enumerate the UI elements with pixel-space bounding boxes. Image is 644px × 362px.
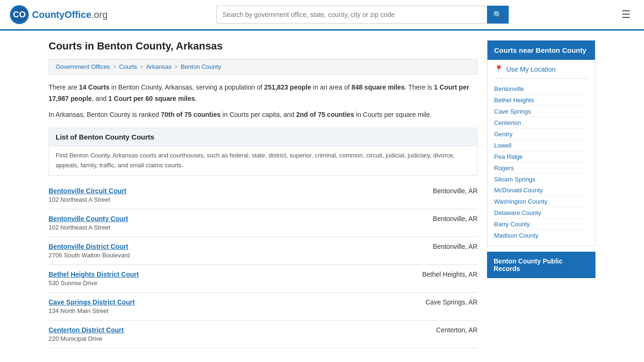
court-city: Bentonville, AR [433,187,478,195]
sidebar-county-link[interactable]: McDonald County [494,185,588,196]
court-item: Bentonville District Court 2706 South Wa… [49,237,478,265]
rank-text: In Arkansas, Benton County is ranked 70t… [49,109,478,121]
list-description: Find Benton County, Arkansas courts and … [49,146,478,176]
court-city: Cave Springs, AR [426,298,478,306]
main: Courts in Benton County, Arkansas Govern… [39,31,605,348]
breadcrumb-benton-county[interactable]: Benton County [181,63,221,70]
sidebar-city-link[interactable]: Siloam Springs [494,174,588,185]
court-item: Cave Springs District Court 134 North Ma… [49,293,478,321]
bc-sep-3: > [174,64,178,70]
sidebar-city-link[interactable]: Centerton [494,117,588,129]
search-input[interactable] [216,6,487,24]
bc-sep-2: > [140,64,143,70]
sidebar-city-link[interactable]: Bentonville [494,83,588,95]
sidebar-county-link[interactable]: Delaware County [494,207,588,219]
sidebar-public-records: Benton County Public Records [487,252,595,278]
list-heading: List of Benton County Courts [49,128,478,146]
logo-text: CountyOffice [32,9,91,20]
rank2: 2nd of 75 counties [296,111,354,118]
sidebar-city-link[interactable]: Rogers [494,163,588,174]
sidebar-city-link[interactable]: Lowell [494,140,588,151]
court-name[interactable]: Bentonville Circuit Court [49,187,126,195]
sidebar-counties: McDonald CountyWashington CountyDelaware… [494,185,588,241]
sidebar-content: 📍 Use My Location BentonvilleBethel Heig… [487,60,595,246]
sidebar-city-link[interactable]: Pea Ridge [494,151,588,163]
sidebar-county-link[interactable]: Barry County [494,219,588,230]
breadcrumb-courts[interactable]: Courts [119,63,137,70]
rank1: 70th of 75 counties [161,111,221,118]
court-left: Cave Springs District Court 134 North Ma… [49,298,135,314]
court-name[interactable]: Cave Springs District Court [49,298,135,306]
court-name[interactable]: Bentonville County Court [49,215,128,222]
page-title: Courts in Benton County, Arkansas [49,40,478,52]
per-area: 1 Court per 60 square miles [108,95,195,102]
svg-text:CO: CO [13,10,26,19]
court-address: 102 Northeast A Street [49,196,126,203]
court-address: 2706 South Walton Boulevard [49,252,130,259]
breadcrumb-gov-offices[interactable]: Government Offices [56,63,110,70]
court-item: Centerton District Court 220 Municipal D… [49,321,478,348]
bc-sep-1: > [113,64,116,70]
court-address: 530 Sunrise Drive [49,280,139,287]
breadcrumb-arkansas[interactable]: Arkansas [146,63,172,70]
courts-list: Bentonville Circuit Court 102 Northeast … [49,181,478,348]
logo-icon: CO [9,5,29,25]
header: CO CountyOffice.org 🔍 ☰ [0,0,644,31]
sidebar: Courts near Benton County 📍 Use My Locat… [487,40,595,348]
breadcrumb: Government Offices > Courts > Arkansas >… [49,59,478,74]
court-left: Bethel Heights District Court 530 Sunris… [49,271,139,287]
court-address: 220 Municipal Drive [49,335,124,342]
court-left: Bentonville County Court 102 Northeast A… [49,215,128,231]
use-location-label: Use My Location [506,66,555,73]
population: 251,823 people [264,83,311,91]
hamburger-icon: ☰ [621,8,631,20]
location-pin-icon: 📍 [494,65,504,74]
court-address: 102 Northeast A Street [49,224,128,231]
court-name[interactable]: Bentonville District Court [49,243,130,250]
num-courts: 14 Courts [79,83,110,91]
court-item: Bentonville County Court 102 Northeast A… [49,209,478,237]
court-item: Bethel Heights District Court 530 Sunris… [49,265,478,293]
menu-button[interactable]: ☰ [618,7,635,23]
search-button[interactable]: 🔍 [487,6,509,24]
area: 848 square miles [352,83,405,91]
sidebar-cities: BentonvilleBethel HeightsCave SpringsCen… [494,83,588,185]
logo-area: CO CountyOffice.org [9,5,107,25]
court-city: Centerton, AR [436,326,478,334]
stats-text: There are 14 Courts in Benton County, Ar… [49,82,478,105]
sidebar-nearby-title: Courts near Benton County [487,41,595,60]
sidebar-city-link[interactable]: Gentry [494,129,588,140]
sidebar-county-link[interactable]: Washington County [494,196,588,207]
court-item: Bentonville Circuit Court 102 Northeast … [49,181,478,209]
sidebar-nearby: Courts near Benton County 📍 Use My Locat… [487,40,595,246]
court-name[interactable]: Bethel Heights District Court [49,271,139,278]
court-left: Bentonville District Court 2706 South Wa… [49,243,130,259]
court-city: Bentonville, AR [433,215,478,222]
logo-org: .org [91,9,107,20]
search-area: 🔍 [216,6,509,24]
sidebar-city-link[interactable]: Bethel Heights [494,95,588,106]
sidebar-city-link[interactable]: Cave Springs [494,106,588,117]
court-left: Centerton District Court 220 Municipal D… [49,326,124,342]
sidebar-county-link[interactable]: Madison County [494,230,588,241]
search-icon: 🔍 [493,11,503,19]
content: Courts in Benton County, Arkansas Govern… [49,40,478,348]
court-address: 134 North Main Street [49,307,135,314]
court-name[interactable]: Centerton District Court [49,326,124,334]
court-city: Bethel Heights, AR [422,271,478,278]
use-my-location-link[interactable]: 📍 Use My Location [494,65,588,79]
court-city: Bentonville, AR [433,243,478,250]
court-left: Bentonville Circuit Court 102 Northeast … [49,187,126,203]
